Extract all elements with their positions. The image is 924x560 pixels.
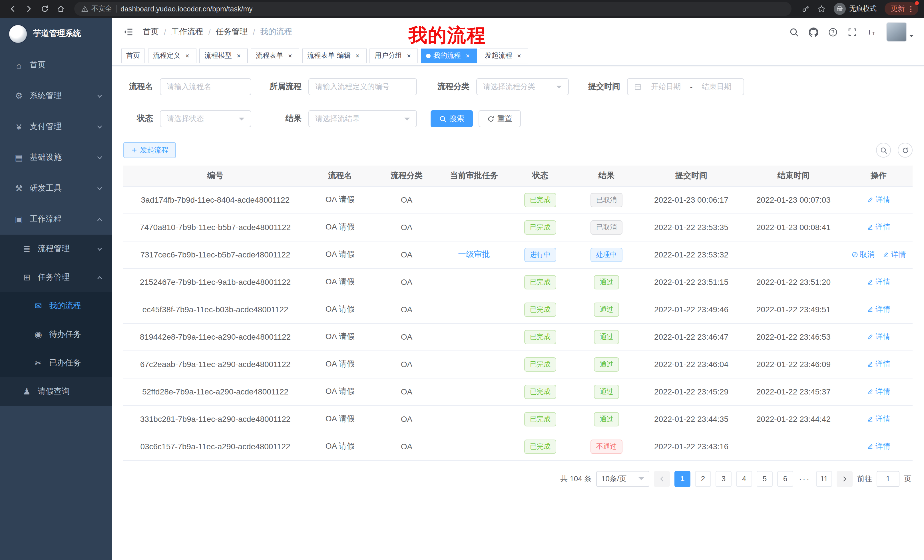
detail-button[interactable]: 详情 bbox=[867, 441, 890, 452]
start-process-button[interactable]: 发起流程 bbox=[123, 142, 176, 158]
detail-button[interactable]: 详情 bbox=[867, 195, 890, 205]
submit-time-range-picker[interactable]: 开始日期 - 结束日期 bbox=[627, 78, 744, 95]
password-key-icon[interactable] bbox=[798, 2, 812, 16]
pagination-page-button[interactable]: 1 bbox=[675, 471, 690, 487]
close-icon[interactable]: × bbox=[235, 52, 243, 60]
cell-category: OA bbox=[373, 296, 440, 323]
detail-button[interactable]: 详情 bbox=[883, 250, 906, 260]
pagination-page-button[interactable]: 5 bbox=[757, 471, 772, 487]
detail-button[interactable]: 详情 bbox=[867, 414, 890, 424]
browser-reload-button[interactable] bbox=[38, 2, 51, 16]
close-icon[interactable]: × bbox=[464, 52, 472, 60]
cell-current-task bbox=[440, 405, 508, 433]
category-select[interactable]: 请选择流程分类 bbox=[476, 78, 569, 95]
goto-page-input[interactable]: 1 bbox=[877, 471, 900, 487]
github-icon[interactable] bbox=[808, 27, 818, 37]
result-select[interactable]: 请选择流结果 bbox=[308, 110, 417, 127]
detail-button[interactable]: 详情 bbox=[867, 359, 890, 369]
result-badge: 通过 bbox=[594, 329, 619, 344]
detail-button[interactable]: 详情 bbox=[867, 304, 890, 314]
sidebar-item-label: 研发工具 bbox=[30, 183, 62, 193]
close-icon[interactable]: × bbox=[183, 52, 191, 60]
tab-process-model[interactable]: 流程模型× bbox=[199, 48, 248, 63]
browser-home-button[interactable] bbox=[54, 2, 68, 16]
pagination-page-button[interactable]: 4 bbox=[736, 471, 752, 487]
cell-status: 已完成 bbox=[508, 296, 573, 323]
pagination-prev-button[interactable] bbox=[654, 471, 670, 487]
cell-current-task: 一级审批 bbox=[440, 241, 508, 268]
date-end-input[interactable]: 结束日期 bbox=[696, 82, 737, 92]
not-secure-warning[interactable]: 不安全 bbox=[81, 4, 112, 14]
sidebar-item-payment[interactable]: ¥ 支付管理 bbox=[0, 111, 112, 142]
sidebar-item-system[interactable]: ⚙ 系统管理 bbox=[0, 81, 112, 111]
calendar-icon bbox=[634, 83, 642, 91]
pagination-next-button[interactable] bbox=[837, 471, 853, 487]
detail-button[interactable]: 详情 bbox=[867, 386, 890, 397]
close-icon[interactable]: × bbox=[515, 52, 523, 60]
tab-my-process[interactable]: 我的流程× bbox=[421, 48, 477, 63]
detail-button[interactable]: 详情 bbox=[867, 332, 890, 342]
font-size-icon[interactable] bbox=[867, 27, 877, 37]
cell-result: 已取消 bbox=[573, 186, 640, 214]
breadcrumb-item[interactable]: 首页 bbox=[143, 27, 159, 37]
logo-avatar bbox=[9, 24, 27, 43]
sidebar-item-leave-query[interactable]: ♟ 请假查询 bbox=[0, 377, 112, 406]
sidebar-fold-icon[interactable] bbox=[123, 27, 134, 37]
current-task-link[interactable]: 一级审批 bbox=[458, 250, 490, 259]
sidebar-item-process-management[interactable]: ≣ 流程管理 bbox=[0, 235, 112, 263]
kebab-menu-icon[interactable] bbox=[907, 5, 915, 13]
tab-user-group[interactable]: 用户分组× bbox=[369, 48, 418, 63]
detail-button[interactable]: 详情 bbox=[867, 222, 890, 232]
process-name-input[interactable]: 请输入流程名 bbox=[160, 78, 251, 95]
page-size-select[interactable]: 10条/页 bbox=[596, 471, 650, 487]
address-bar[interactable]: 不安全 dashboard.yudao.iocoder.cn/bpm/task/… bbox=[74, 2, 792, 16]
tab-home[interactable]: 首页 bbox=[121, 48, 145, 63]
sidebar-item-dev-tools[interactable]: ⚒ 研发工具 bbox=[0, 173, 112, 204]
sidebar-item-home[interactable]: ⌂ 首页 bbox=[0, 49, 112, 81]
close-icon[interactable]: × bbox=[354, 52, 362, 60]
pagination-page-button[interactable]: 6 bbox=[777, 471, 793, 487]
bookmark-star-icon[interactable] bbox=[814, 2, 828, 16]
help-icon[interactable] bbox=[828, 27, 838, 37]
sidebar-item-workflow[interactable]: ▣ 工作流程 bbox=[0, 204, 112, 235]
tab-process-definition[interactable]: 流程定义× bbox=[148, 48, 196, 63]
pagination-page-button[interactable]: 3 bbox=[716, 471, 732, 487]
search-button[interactable]: 搜索 bbox=[430, 110, 473, 127]
tab-process-form[interactable]: 流程表单× bbox=[251, 48, 299, 63]
refresh-table-button[interactable] bbox=[898, 143, 913, 157]
browser-forward-button[interactable] bbox=[22, 2, 35, 16]
cell-status: 进行中 bbox=[508, 241, 573, 268]
tab-process-form-edit[interactable]: 流程表单-编辑× bbox=[302, 48, 367, 63]
fullscreen-icon[interactable] bbox=[848, 27, 857, 37]
date-start-input[interactable]: 开始日期 bbox=[645, 82, 687, 92]
tab-start-process[interactable]: 发起流程× bbox=[480, 48, 528, 63]
sidebar-item-done-task[interactable]: ✂ 已办任务 bbox=[0, 349, 112, 377]
browser-update-chip[interactable]: 更新 bbox=[885, 2, 918, 15]
toggle-search-button[interactable] bbox=[876, 143, 891, 157]
breadcrumb-item[interactable]: 工作流程 bbox=[171, 27, 203, 37]
sidebar-item-todo-task[interactable]: ◉ 待办任务 bbox=[0, 320, 112, 349]
sidebar-item-task-management[interactable]: ⊞ 任务管理 bbox=[0, 263, 112, 292]
avatar[interactable] bbox=[886, 22, 907, 42]
detail-button[interactable]: 详情 bbox=[867, 277, 890, 287]
cell-result: 通过 bbox=[573, 405, 640, 433]
workflow-submenu: ≣ 流程管理 ⊞ 任务管理 ✉ 我的流程 ◉ 待 bbox=[0, 235, 112, 406]
pagination-more-button[interactable]: ··· bbox=[798, 474, 812, 483]
sidebar-item-infrastructure[interactable]: ▤ 基础设施 bbox=[0, 142, 112, 173]
breadcrumb-item[interactable]: 任务管理 bbox=[216, 27, 248, 37]
cancel-button[interactable]: 取消 bbox=[851, 250, 874, 260]
process-def-input[interactable]: 请输入流程定义的编号 bbox=[308, 78, 417, 95]
pagination-page-button[interactable]: 2 bbox=[695, 471, 711, 487]
reset-button[interactable]: 重置 bbox=[478, 110, 521, 127]
chevron-down-icon bbox=[556, 85, 562, 91]
edit-icon bbox=[867, 306, 874, 313]
close-icon[interactable]: × bbox=[405, 52, 413, 60]
status-select[interactable]: 请选择状态 bbox=[160, 110, 251, 127]
sidebar-item-my-process[interactable]: ✉ 我的流程 bbox=[0, 292, 112, 320]
browser-back-button[interactable] bbox=[6, 2, 20, 16]
search-icon[interactable] bbox=[789, 27, 799, 37]
user-menu[interactable] bbox=[886, 22, 914, 42]
pagination-page-button[interactable]: 11 bbox=[816, 471, 832, 487]
close-icon[interactable]: × bbox=[286, 52, 294, 60]
col-header-name: 流程名 bbox=[307, 166, 373, 186]
